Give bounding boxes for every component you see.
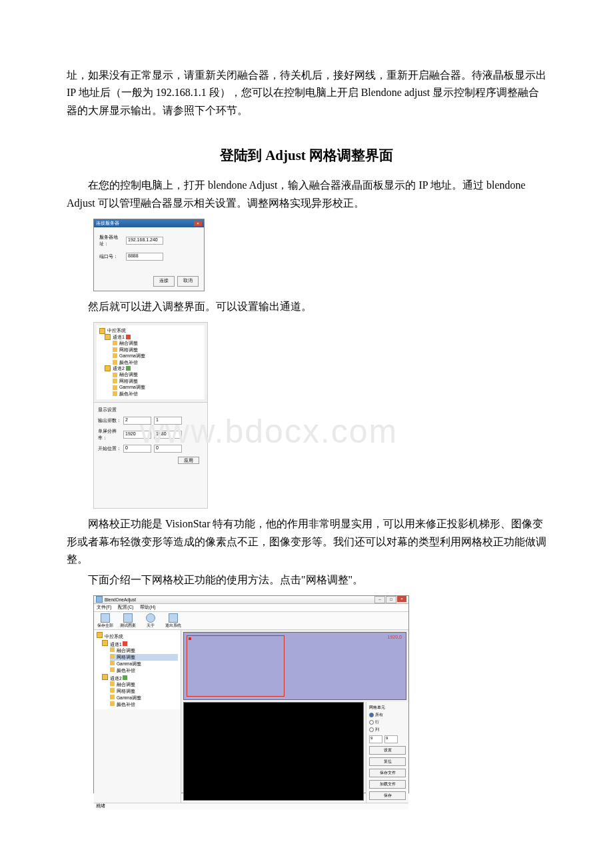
split-input-b[interactable]: 9 — [384, 735, 398, 743]
item-icon — [113, 360, 117, 365]
apply-button[interactable]: 应用 — [178, 457, 199, 464]
tree-root[interactable]: 中控系统 — [99, 327, 202, 333]
radio-col[interactable]: 列 — [369, 727, 406, 733]
load-file-button[interactable]: 加载文件 — [369, 780, 406, 789]
item-icon — [113, 353, 117, 358]
resolution-input-a[interactable]: 1920 — [123, 431, 151, 439]
item-icon — [110, 681, 115, 686]
tree-item-color2[interactable]: 颜色补偿 — [113, 391, 202, 397]
item-icon — [110, 701, 115, 706]
connect-button[interactable]: 连接 — [153, 276, 175, 287]
tree-channel1[interactable]: 通道1 — [105, 334, 202, 340]
tb-save-all[interactable]: 保存全部 — [97, 613, 114, 628]
item-icon — [113, 373, 117, 377]
item-icon — [110, 695, 115, 699]
close-icon[interactable]: × — [397, 596, 406, 602]
handle-icon[interactable] — [189, 637, 191, 640]
item-icon — [113, 347, 117, 352]
label-start-pos: 开始位置： — [98, 445, 123, 452]
item-icon — [110, 661, 115, 665]
tree-item-blend2[interactable]: 融合调整 — [113, 371, 202, 377]
tree-item-gamma[interactable]: Gamma调整 — [110, 661, 178, 667]
dialog-titlebar: 连接服务器 × — [94, 219, 204, 227]
folder-icon — [105, 365, 111, 371]
tree-item-gamma2[interactable]: Gamma调整 — [113, 384, 202, 390]
port-input[interactable]: 8888 — [126, 253, 163, 261]
save-button[interactable]: 保存 — [369, 791, 406, 800]
left-lower-blank — [94, 709, 181, 803]
tree-item-blend[interactable]: 融合调整 — [113, 340, 202, 346]
paragraph-2: 然后就可以进入调整界面。可以设置输出通道。 — [67, 298, 546, 315]
tree-root[interactable]: 中控系统 — [97, 632, 178, 640]
server-address-input[interactable]: 192.168.1.240 — [126, 237, 163, 245]
cancel-button[interactable]: 取消 — [177, 276, 199, 287]
item-icon — [113, 391, 117, 396]
close-icon[interactable]: × — [194, 221, 202, 226]
tree-item-gamma2[interactable]: Gamma调整 — [110, 695, 178, 701]
preview-canvas[interactable] — [183, 702, 364, 801]
info-icon — [146, 613, 155, 623]
tree-item-grid[interactable]: 网格调整 — [113, 347, 202, 353]
item-icon — [110, 667, 115, 672]
radio-row[interactable]: 行 — [369, 719, 406, 725]
channel-tree[interactable]: 中控系统 通道1 融合调整 网格调整 Gamma调整 颜色补偿 通道2 融合调整… — [97, 325, 205, 399]
exit-icon — [169, 613, 178, 623]
tree-item-gamma[interactable]: Gamma调整 — [113, 353, 202, 359]
tree-item-grid2[interactable]: 网格调整 — [110, 688, 178, 695]
tree-channel2[interactable]: 通道2 — [102, 674, 178, 682]
radio-icon — [369, 713, 374, 717]
label-resolution: 单屏分辨率： — [98, 428, 123, 441]
section-heading: 登陆到 Adjust 网格调整界面 — [67, 146, 546, 165]
output-rows-input-b[interactable]: 1 — [154, 417, 182, 425]
output-rows-input-a[interactable]: 2 — [123, 417, 151, 425]
minimize-icon[interactable]: – — [374, 596, 385, 603]
dialog-title: 连接服务器 — [96, 220, 119, 227]
set-button[interactable]: 设置 — [369, 746, 406, 755]
figure-tree-settings: 中控系统 通道1 融合调整 网格调整 Gamma调整 颜色补偿 通道2 融合调整… — [93, 322, 546, 509]
tree-item-blend[interactable]: 融合调整 — [110, 647, 178, 654]
paragraph-3: 网格校正功能是 VisionStar 特有功能，他的作用非常明显实用，可以用来修… — [67, 515, 546, 568]
tb-exit[interactable]: 退出系统 — [165, 613, 182, 628]
reset-button[interactable]: 复位 — [369, 757, 406, 766]
label-port: 端口号： — [99, 253, 126, 260]
grid-canvas[interactable]: 1920,0 — [183, 632, 406, 700]
tree-item-grid2[interactable]: 网格调整 — [113, 378, 202, 384]
tree-item-blend2[interactable]: 融合调整 — [110, 681, 178, 688]
tree-channel2[interactable]: 通道2 — [105, 365, 202, 371]
save-file-button[interactable]: 保存文件 — [369, 769, 406, 777]
adjust-app-window: BlendOneAdjust – □ × 文件(F) 配置(C) 帮助(H) 保… — [93, 595, 409, 793]
start-pos-input-a[interactable]: 0 — [123, 445, 151, 453]
item-icon — [113, 379, 117, 383]
paragraph-1: 在您的控制电脑上，打开 blendone Adjust，输入融合器液晶面板显示的… — [67, 177, 546, 212]
tree-item-color[interactable]: 颜色补偿 — [113, 359, 202, 365]
maximize-icon[interactable]: □ — [386, 596, 396, 603]
split-input-a[interactable]: 9 — [369, 735, 382, 743]
menu-config[interactable]: 配置(C) — [118, 605, 133, 611]
item-icon — [113, 385, 117, 390]
settings-title: 显示设置 — [98, 407, 203, 413]
start-pos-input-b[interactable]: 0 — [154, 445, 182, 453]
tb-about[interactable]: 关于 — [142, 613, 159, 628]
toolbar: 保存全部 测试图案 关于 退出系统 — [94, 612, 408, 630]
connect-dialog: 连接服务器 × 服务器地址： 192.168.1.240 端口号： 8888 连… — [93, 219, 205, 291]
folder-icon — [105, 334, 111, 340]
tree-item-color[interactable]: 颜色补偿 — [110, 667, 178, 674]
tb-test-image[interactable]: 测试图案 — [119, 613, 137, 628]
resolution-input-b[interactable]: 1080 — [154, 431, 182, 439]
channel1-rect[interactable] — [187, 635, 285, 697]
tree-settings-panel: 中控系统 通道1 融合调整 网格调整 Gamma调整 颜色补偿 通道2 融合调整… — [93, 322, 208, 509]
menubar: 文件(F) 配置(C) 帮助(H) — [94, 604, 408, 612]
menu-help[interactable]: 帮助(H) — [140, 605, 155, 611]
tree-item-grid-selected[interactable]: 网格调整 — [110, 654, 178, 661]
radio-all[interactable]: 所有 — [369, 712, 406, 718]
app-channel-tree[interactable]: 中控系统 通道1 融合调整 网格调整 Gamma调整 颜色补偿 通道2 融合调整… — [94, 630, 181, 709]
folder-icon — [102, 674, 108, 680]
test-pattern-icon — [123, 613, 133, 623]
menu-file[interactable]: 文件(F) — [97, 605, 111, 611]
statusbar: 就绪 — [94, 803, 408, 809]
status-red-icon — [123, 641, 127, 646]
folder-icon — [97, 632, 103, 638]
right-controls: 网格单元 所有 行 列 9 9 设置 复位 保存文件 — [366, 702, 408, 803]
tree-channel1[interactable]: 通道1 — [102, 640, 178, 648]
tree-item-color2[interactable]: 颜色补偿 — [110, 701, 178, 708]
